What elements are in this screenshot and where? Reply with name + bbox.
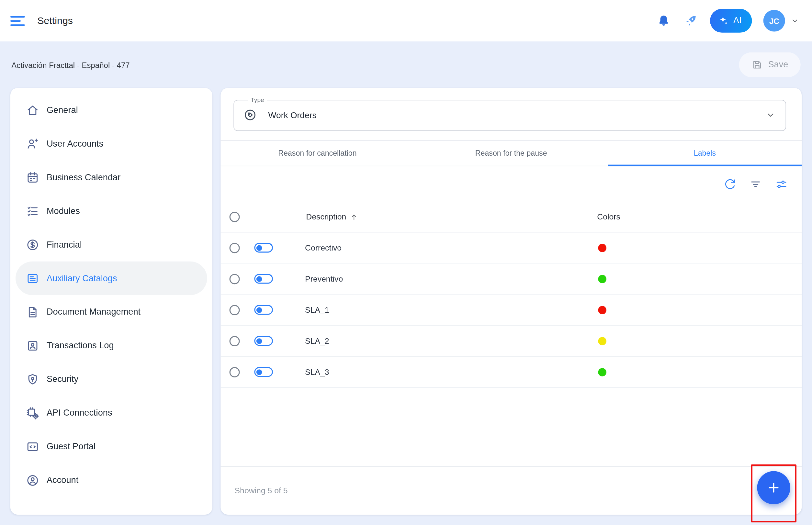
tab-bar: Reason for cancellationReason for the pa… bbox=[221, 140, 802, 166]
color-dot bbox=[598, 368, 606, 376]
color-dot bbox=[598, 244, 606, 252]
document-icon bbox=[26, 305, 40, 319]
sidebar-item-label: Guest Portal bbox=[47, 441, 95, 452]
type-section: Type Work Orders bbox=[221, 88, 802, 140]
work-orders-icon bbox=[243, 108, 257, 122]
sidebar-item-label: Transactions Log bbox=[47, 341, 114, 351]
row-enabled-toggle[interactable] bbox=[254, 336, 273, 346]
guest-portal-icon bbox=[26, 440, 40, 453]
api-icon bbox=[26, 406, 40, 420]
save-button-label: Save bbox=[768, 60, 788, 70]
table-body: CorrectivoPreventivoSLA_1SLA_2SLA_3 bbox=[221, 232, 802, 388]
avatar[interactable]: JC bbox=[764, 10, 785, 31]
color-dot bbox=[598, 336, 606, 345]
sidebar-item-label: Account bbox=[47, 475, 78, 485]
user-accounts-icon bbox=[26, 137, 40, 150]
rocket-icon[interactable] bbox=[679, 9, 703, 33]
sidebar-item-label: API Connections bbox=[47, 408, 112, 418]
sidebar-item-guest-portal[interactable]: Guest Portal bbox=[16, 430, 207, 464]
table-empty-space bbox=[221, 388, 802, 466]
modules-icon bbox=[26, 204, 40, 218]
notifications-bell-icon[interactable] bbox=[652, 9, 676, 33]
color-dot bbox=[598, 306, 606, 314]
account-icon bbox=[26, 474, 40, 487]
tab-reason-for-cancellation[interactable]: Reason for cancellation bbox=[221, 141, 414, 166]
row-description: Correctivo bbox=[305, 243, 342, 253]
row-checkbox[interactable] bbox=[230, 242, 240, 253]
menu-icon[interactable] bbox=[10, 14, 25, 28]
sidebar-item-user-accounts[interactable]: User Accounts bbox=[16, 127, 207, 161]
sidebar-item-api-connections[interactable]: API Connections bbox=[16, 396, 207, 430]
type-field-value: Work Orders bbox=[268, 110, 316, 120]
type-select[interactable]: Type Work Orders bbox=[233, 96, 786, 131]
ai-button[interactable]: AI bbox=[710, 9, 752, 33]
row-description: SLA_2 bbox=[305, 336, 329, 346]
table-row: Correctivo bbox=[221, 232, 802, 264]
sidebar-item-transactions-log[interactable]: Transactions Log bbox=[16, 329, 207, 362]
auxiliary-catalogs-icon bbox=[26, 272, 40, 285]
sidebar-item-auxiliary-catalogs[interactable]: Auxiliary Catalogs bbox=[16, 261, 207, 295]
save-button[interactable]: Save bbox=[739, 52, 801, 77]
color-dot bbox=[598, 275, 606, 283]
sidebar-item-security[interactable]: Security bbox=[16, 362, 207, 396]
table-footer: Showing 5 of 5 bbox=[221, 466, 802, 515]
column-header-colors: Colors bbox=[597, 212, 620, 222]
tab-reason-for-the-pause[interactable]: Reason for the pause bbox=[414, 141, 608, 166]
table-row: SLA_2 bbox=[221, 326, 802, 357]
row-description: SLA_1 bbox=[305, 305, 329, 315]
save-icon bbox=[751, 59, 763, 70]
column-header-description-label: Description bbox=[306, 212, 346, 222]
sub-header: Activación Fracttal - Español - 477 Save bbox=[0, 42, 812, 88]
row-enabled-toggle[interactable] bbox=[254, 243, 273, 253]
financial-icon bbox=[26, 238, 40, 252]
breadcrumb: Activación Fracttal - Español - 477 bbox=[11, 60, 130, 69]
sidebar-item-label: Modules bbox=[47, 206, 80, 216]
chevron-down-icon[interactable] bbox=[788, 14, 802, 28]
row-description: Preventivo bbox=[305, 274, 343, 284]
sidebar-item-financial[interactable]: Financial bbox=[16, 228, 207, 261]
sidebar-item-label: Document Management bbox=[47, 307, 141, 317]
sidebar-item-account[interactable]: Account bbox=[16, 464, 207, 497]
sidebar-item-label: Auxiliary Catalogs bbox=[47, 273, 117, 284]
showing-count: Showing 5 of 5 bbox=[235, 486, 288, 496]
home-icon bbox=[26, 103, 40, 117]
row-enabled-toggle[interactable] bbox=[254, 305, 273, 315]
sidebar-item-business-calendar[interactable]: Business Calendar bbox=[16, 161, 207, 194]
settings-sidebar: GeneralUser AccountsBusiness CalendarMod… bbox=[10, 88, 212, 515]
annotation-rectangle bbox=[751, 464, 796, 522]
table-header: Description Colors bbox=[221, 202, 802, 232]
row-checkbox[interactable] bbox=[230, 336, 240, 346]
transactions-icon bbox=[26, 339, 40, 352]
sidebar-item-label: Business Calendar bbox=[47, 172, 120, 182]
ai-button-label: AI bbox=[733, 16, 742, 26]
table-row: Preventivo bbox=[221, 264, 802, 295]
select-all-checkbox[interactable] bbox=[230, 212, 240, 222]
add-button[interactable] bbox=[757, 471, 790, 504]
row-checkbox[interactable] bbox=[230, 304, 240, 315]
app-root: Settings AI JC Activación Fracttal - Esp… bbox=[0, 0, 812, 525]
sidebar-item-document-management[interactable]: Document Management bbox=[16, 295, 207, 329]
sidebar-item-label: User Accounts bbox=[47, 138, 103, 149]
row-checkbox[interactable] bbox=[230, 367, 240, 377]
chevron-down-icon bbox=[765, 109, 776, 120]
page-title: Settings bbox=[37, 15, 73, 26]
row-enabled-toggle[interactable] bbox=[254, 367, 273, 377]
table-toolbar bbox=[221, 166, 802, 202]
table-row: SLA_3 bbox=[221, 357, 802, 388]
row-checkbox[interactable] bbox=[230, 273, 240, 284]
filter-icon[interactable] bbox=[745, 174, 765, 194]
sort-ascending-icon bbox=[349, 213, 358, 221]
security-icon bbox=[26, 373, 40, 386]
sidebar-item-general[interactable]: General bbox=[16, 93, 207, 127]
refresh-icon[interactable] bbox=[720, 174, 739, 194]
calendar-icon bbox=[26, 170, 40, 184]
sidebar-item-label: Financial bbox=[47, 240, 82, 250]
tab-labels[interactable]: Labels bbox=[608, 141, 802, 166]
sidebar-item-modules[interactable]: Modules bbox=[16, 194, 207, 228]
type-field-label: Type bbox=[248, 96, 267, 104]
column-header-description[interactable]: Description bbox=[306, 212, 358, 222]
main-panel: Type Work Orders Reason for cancellation… bbox=[221, 88, 802, 515]
row-enabled-toggle[interactable] bbox=[254, 274, 273, 284]
tune-settings-icon[interactable] bbox=[771, 174, 791, 194]
top-bar: Settings AI JC bbox=[0, 0, 812, 42]
